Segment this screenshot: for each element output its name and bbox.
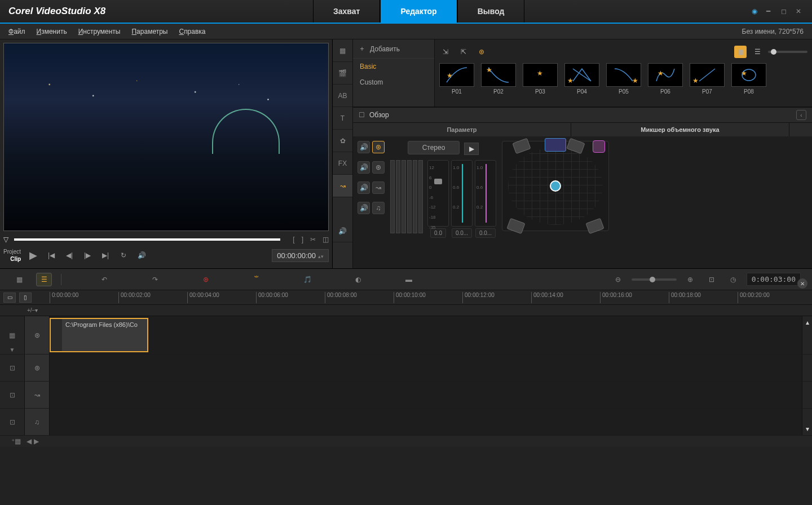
voice-track[interactable] <box>50 382 802 408</box>
mute-voice-icon[interactable]: 🔊 <box>358 181 370 194</box>
mixer-close-button[interactable]: ✕ <box>797 278 807 289</box>
view-thumb-icon[interactable]: ▦ <box>734 46 747 58</box>
preset-p05[interactable]: ★P05 <box>606 63 641 95</box>
mixer-tab-param[interactable]: Параметр <box>353 123 571 136</box>
preview-timecode[interactable]: 00:00:00:00▴▾ <box>272 249 329 262</box>
track-thumb-overlay[interactable]: ⊛ <box>25 355 50 381</box>
time-ruler[interactable]: 0:00:00:00 00:00:02:00 00:00:04:00 00:00… <box>50 290 802 304</box>
track-head-overlay[interactable]: ⊡ <box>0 355 25 381</box>
lib-title-icon[interactable]: T <box>333 107 352 130</box>
scroll-down-icon[interactable]: ▾ <box>802 409 812 435</box>
review-label[interactable]: Обзор <box>369 111 389 119</box>
overlay-track[interactable] <box>50 355 802 381</box>
timeline-view-icon[interactable]: ☰ <box>36 273 52 286</box>
auto-music-icon[interactable]: 🎵 <box>299 273 315 286</box>
zoom-slider[interactable] <box>632 278 677 281</box>
mark-in-icon[interactable]: [ <box>293 236 294 243</box>
video-track-icon[interactable]: ⊛ <box>372 141 385 153</box>
preset-p06[interactable]: ★P06 <box>648 63 683 95</box>
menu-params[interactable]: Параметры <box>131 28 167 36</box>
mute-video-icon[interactable]: 🔊 <box>358 141 370 153</box>
export-icon[interactable]: ⇱ <box>457 46 470 58</box>
cut-icon[interactable]: ✂ <box>310 236 316 243</box>
surround-panner[interactable] <box>502 141 609 231</box>
track-thumb-video[interactable]: ⊛ <box>25 316 50 354</box>
ruler-mode2-icon[interactable]: ▯ <box>19 293 32 303</box>
mixer-tab-surround[interactable]: Микшер объемного звука <box>571 123 789 136</box>
mute-music-icon[interactable]: 🔊 <box>358 202 370 214</box>
music-track[interactable] <box>50 409 802 435</box>
tab-output[interactable]: Вывод <box>457 0 525 23</box>
speaker-rl-icon[interactable] <box>506 218 525 234</box>
zoom-in-icon[interactable]: ⊕ <box>682 273 698 286</box>
tab-editor[interactable]: Редактор <box>380 0 457 23</box>
redo-icon[interactable]: ↷ <box>147 273 163 286</box>
frame-fwd-button[interactable]: |▶ <box>81 249 94 262</box>
speaker-fl-icon[interactable] <box>512 138 531 154</box>
maximize-icon[interactable]: ◻ <box>781 7 789 15</box>
lib-transition-icon[interactable]: AB <box>333 85 352 107</box>
lib-graphic-icon[interactable]: ✿ <box>333 130 352 152</box>
add-category-button[interactable]: ＋ Добавить <box>353 39 434 59</box>
audio-mixer-icon[interactable]: ⺌ <box>249 273 264 286</box>
collapse-button[interactable]: ‹ <box>796 110 806 120</box>
video-track[interactable]: C:\Program Files (x86)\Co <box>50 316 802 354</box>
loop-button[interactable]: ↻ <box>117 249 130 262</box>
multi-trim-icon[interactable]: ◐ <box>350 273 366 286</box>
category-basic[interactable]: Basic <box>353 59 434 74</box>
overlay-track-icon[interactable]: ⊛ <box>372 161 385 174</box>
volume-button[interactable]: 🔊 <box>135 249 148 262</box>
track-thumb-music[interactable]: ♫ <box>25 409 50 435</box>
menu-tools[interactable]: Инструменты <box>78 28 121 36</box>
preset-p08[interactable]: ★P08 <box>731 63 766 95</box>
speaker-center-icon[interactable] <box>545 138 566 152</box>
menu-edit[interactable]: Изменить <box>37 28 67 36</box>
storyboard-view-icon[interactable]: ▦ <box>11 273 27 286</box>
speaker-fr-icon[interactable] <box>566 138 585 154</box>
scroll-up-icon[interactable]: ▴ <box>802 316 812 354</box>
speaker-rr-icon[interactable] <box>585 218 604 234</box>
minimize-icon[interactable]: ━ <box>766 7 774 15</box>
voice-track-icon[interactable]: ↝ <box>372 181 385 194</box>
globe-icon[interactable]: ◉ <box>752 7 760 15</box>
track-head-music[interactable]: ⊡ <box>0 409 25 435</box>
category-custom[interactable]: Custom <box>353 74 434 90</box>
clock-icon[interactable]: ◷ <box>725 273 741 286</box>
scroll-left-icon[interactable]: ◀ <box>27 437 32 445</box>
add-track-icon[interactable]: ⁺▦ <box>11 437 21 445</box>
goto-end-button[interactable]: ▶| <box>99 249 112 262</box>
track-thumb-voice[interactable]: ↝ <box>25 382 50 408</box>
main-fader[interactable]: 1260-6-12-18-35 0.0 <box>427 160 449 238</box>
music-track-icon[interactable]: ♫ <box>372 202 385 214</box>
preset-p01[interactable]: ★P01 <box>439 63 474 95</box>
filter-icon[interactable]: ⊛ <box>475 46 488 58</box>
speaker-sub-icon[interactable] <box>593 140 605 153</box>
subtitle-icon[interactable]: ▬ <box>401 273 417 286</box>
lib-path-icon[interactable]: ↝ <box>333 175 352 197</box>
snapshot-icon[interactable]: ◫ <box>323 236 329 243</box>
track-head-video[interactable]: ▦▼ <box>0 316 25 354</box>
close-icon[interactable]: ✕ <box>796 7 804 15</box>
scroll-right-icon[interactable]: ▶ <box>34 437 39 445</box>
lib-fx-icon[interactable]: FX <box>333 152 352 175</box>
record-icon[interactable]: ⊛ <box>198 273 214 286</box>
preview-scrubber[interactable]: ▽ [ ] ✂ ◫ <box>3 234 329 245</box>
lib-media-icon[interactable]: ▦ <box>333 39 352 62</box>
preview-video[interactable] <box>3 43 329 231</box>
view-list-icon[interactable]: ☰ <box>751 46 764 58</box>
frame-back-button[interactable]: ◀| <box>63 249 76 262</box>
mark-out-icon[interactable]: ] <box>302 236 303 243</box>
fit-project-icon[interactable]: ⊡ <box>704 273 720 286</box>
preset-p02[interactable]: ★P02 <box>481 63 516 95</box>
lib-sound-icon[interactable]: 🎬 <box>333 62 352 85</box>
preset-p04[interactable]: ★P04 <box>564 63 599 95</box>
expand-tracks-button[interactable]: +/−▾ <box>27 307 38 313</box>
goto-start-button[interactable]: |◀ <box>45 249 58 262</box>
preset-p07[interactable]: ★P07 <box>690 63 725 95</box>
lib-audio-icon[interactable]: 🔊 <box>333 220 352 242</box>
timeline-timecode[interactable]: 0:00:03:00 <box>747 273 801 286</box>
mode-project[interactable]: Project <box>3 248 21 255</box>
mode-clip[interactable]: Clip <box>3 255 21 263</box>
ruler-mode1-icon[interactable]: ▭ <box>3 293 16 303</box>
stereo-play-button[interactable]: ▶ <box>464 143 479 155</box>
